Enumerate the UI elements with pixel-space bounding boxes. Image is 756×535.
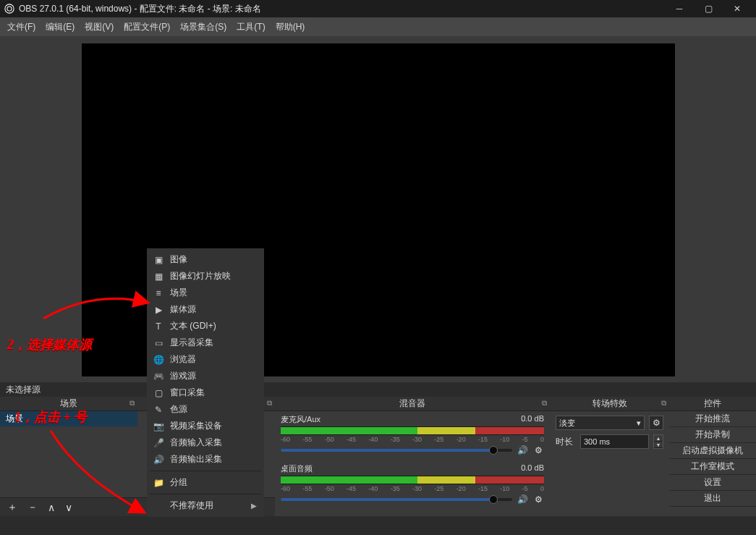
play-icon: ▶ (153, 304, 164, 316)
menu-edit[interactable]: 编辑(E) (46, 21, 75, 33)
speaker-icon: 🔊 (153, 454, 164, 466)
mixer-desktop-level: 0.0 dB (521, 463, 544, 474)
text-icon: T (153, 321, 164, 332)
add-source-menu: ▣图像 ▦图像幻灯片放映 ≡场景 ▶媒体源 T文本 (GDI+) ▭显示器采集 … (147, 248, 264, 517)
start-streaming-button[interactable]: 开始推流 (669, 411, 756, 427)
duration-spin-buttons[interactable]: ▲▼ (653, 434, 663, 449)
menu-item-window-capture[interactable]: ▢窗口采集 (147, 384, 264, 401)
menu-profile[interactable]: 配置文件(P) (124, 21, 170, 33)
mixer-desktop-label: 桌面音频 (281, 463, 313, 474)
menu-separator (150, 494, 261, 494)
transition-duration-input[interactable]: 300 ms (580, 434, 649, 449)
controls-panel-title: 控件 (704, 397, 721, 410)
title-bar: OBS 27.0.1 (64-bit, windows) - 配置文件: 未命名… (0, 0, 756, 17)
menu-help[interactable]: 帮助(H) (276, 21, 305, 33)
mixer-channel-mic: 麦克风/Aux 0.0 dB -60-55-50-45-40-35-30-25-… (281, 414, 544, 456)
menu-item-display-capture[interactable]: ▭显示器采集 (147, 334, 264, 351)
scene-remove-button[interactable]: － (27, 501, 38, 514)
menu-item-video-capture[interactable]: 📷视频采集设备 (147, 418, 264, 434)
status-bar: 未选择源 (0, 382, 756, 397)
mixer-panel: 混音器 ⧉ 麦克风/Aux 0.0 dB -60-55-50-45-40-35-… (275, 397, 550, 516)
transition-select[interactable]: 淡变▾ (556, 416, 645, 430)
speaker-icon[interactable]: 🔊 (517, 445, 528, 456)
globe-icon: 🌐 (153, 354, 164, 366)
transition-properties-button[interactable]: ⚙ (649, 416, 663, 430)
svg-point-1 (7, 7, 12, 11)
speaker-icon[interactable]: 🔊 (517, 494, 528, 505)
window-close-button[interactable]: ✕ (723, 0, 752, 17)
start-recording-button[interactable]: 开始录制 (669, 427, 756, 443)
dock-detach-icon[interactable]: ⧉ (542, 399, 547, 408)
mixer-desktop-volume-slider[interactable] (281, 498, 512, 501)
menu-item-audio-input[interactable]: 🎤音频输入采集 (147, 434, 264, 451)
annotation-step2: 2，选择媒体源 (7, 336, 92, 353)
monitor-icon: ▭ (153, 337, 164, 349)
menu-scene-collection[interactable]: 场景集合(S) (180, 21, 226, 33)
menu-item-text[interactable]: T文本 (GDI+) (147, 318, 264, 334)
menu-item-media[interactable]: ▶媒体源 (147, 301, 264, 318)
transitions-panel-title: 转场特效 (593, 397, 627, 410)
slideshow-icon: ▦ (153, 271, 164, 282)
submenu-arrow-icon: ▶ (251, 502, 257, 510)
transition-duration-label: 时长 (556, 436, 576, 448)
menu-bar: 文件(F) 编辑(E) 视图(V) 配置文件(P) 场景集合(S) 工具(T) … (0, 17, 756, 36)
folder-icon: 📁 (153, 477, 164, 489)
mixer-mic-volume-slider[interactable] (281, 449, 512, 452)
brush-icon: ✎ (153, 404, 164, 416)
window-minimize-button[interactable]: ─ (665, 0, 694, 17)
menu-file[interactable]: 文件(F) (7, 21, 35, 33)
docks-row: 场景 ⧉ 场景 ＋ － ∧ ∨ 源 ⧉ ＋ － ⚙ ∧ ∨ 混音器 ⧉ (0, 397, 756, 516)
preview-area (0, 36, 756, 382)
virtual-camera-button[interactable]: 启动虚拟摄像机 (669, 443, 756, 459)
window-icon: ▢ (153, 387, 164, 399)
dock-detach-icon[interactable]: ⧉ (129, 399, 135, 408)
window-title: OBS 27.0.1 (64-bit, windows) - 配置文件: 未命名… (19, 3, 665, 15)
image-icon: ▣ (153, 254, 164, 266)
menu-item-deprecated[interactable]: 不推荐使用▶ (147, 497, 264, 514)
dock-detach-icon[interactable]: ⧉ (661, 399, 666, 408)
menu-item-group[interactable]: 📁分组 (147, 474, 264, 491)
annotation-step1: 1，点击 + 号 (14, 408, 87, 426)
mixer-mic-label: 麦克风/Aux (281, 414, 320, 425)
mixer-mic-meter (281, 426, 544, 435)
gear-icon[interactable]: ⚙ (532, 494, 544, 505)
menu-item-color-source[interactable]: ✎色源 (147, 401, 264, 418)
list-icon: ≡ (153, 287, 164, 299)
menu-tools[interactable]: 工具(T) (237, 21, 265, 33)
gamepad-icon: 🎮 (153, 371, 164, 382)
transitions-panel: 转场特效 ⧉ 淡变▾ ⚙ 时长 300 ms ▲▼ (550, 397, 669, 516)
window-maximize-button[interactable]: ▢ (694, 0, 723, 17)
scene-add-button[interactable]: ＋ (7, 501, 17, 514)
gear-icon[interactable]: ⚙ (532, 445, 544, 456)
scene-up-button[interactable]: ∧ (48, 502, 55, 513)
exit-button[interactable]: 退出 (669, 491, 756, 507)
menu-item-game-capture[interactable]: 🎮游戏源 (147, 368, 264, 384)
menu-item-audio-output[interactable]: 🔊音频输出采集 (147, 451, 264, 468)
menu-item-scene[interactable]: ≡场景 (147, 285, 264, 301)
menu-view[interactable]: 视图(V) (85, 21, 114, 33)
mixer-channel-desktop: 桌面音频 0.0 dB -60-55-50-45-40-35-30-25-20-… (281, 463, 544, 505)
scene-down-button[interactable]: ∨ (65, 502, 72, 513)
settings-button[interactable]: 设置 (669, 475, 756, 491)
dock-detach-icon[interactable]: ⧉ (267, 399, 272, 408)
studio-mode-button[interactable]: 工作室模式 (669, 459, 756, 475)
status-no-source: 未选择源 (6, 384, 41, 396)
mixer-mic-level: 0.0 dB (521, 414, 544, 425)
microphone-icon: 🎤 (153, 437, 164, 449)
mixer-desktop-meter (281, 476, 544, 484)
menu-item-browser[interactable]: 🌐浏览器 (147, 351, 264, 368)
scenes-toolbar: ＋ － ∧ ∨ (0, 497, 137, 516)
mixer-panel-title: 混音器 (399, 397, 425, 410)
menu-separator (150, 471, 261, 471)
svg-point-0 (5, 4, 14, 13)
menu-item-slideshow[interactable]: ▦图像幻灯片放映 (147, 268, 264, 285)
chevron-down-icon: ▾ (637, 418, 641, 428)
menu-item-image[interactable]: ▣图像 (147, 251, 264, 268)
app-icon (4, 4, 14, 14)
camera-icon: 📷 (153, 421, 164, 432)
controls-panel: 控件 开始推流 开始录制 启动虚拟摄像机 工作室模式 设置 退出 (669, 397, 756, 516)
